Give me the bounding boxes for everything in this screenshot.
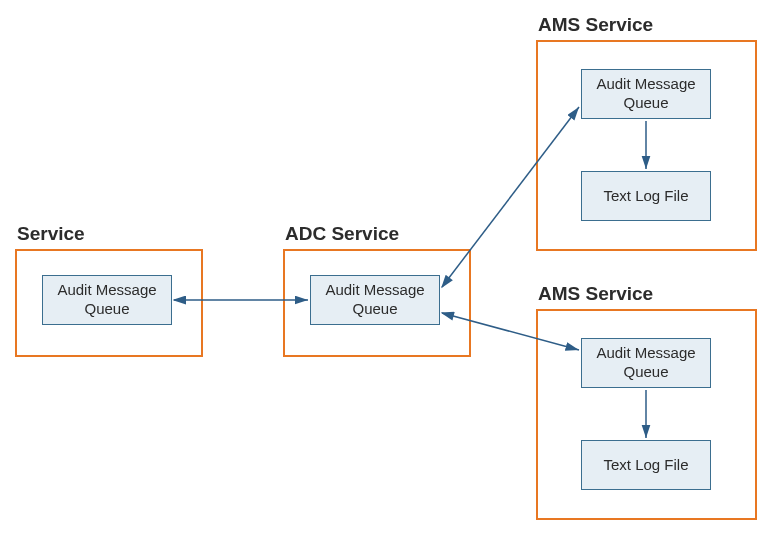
ams2-service-group-title: AMS Service [538,283,653,305]
ams1-service-group-title: AMS Service [538,14,653,36]
adc-amq-label: Audit Message Queue [315,281,435,319]
ams1-tlf-node: Text Log File [581,171,711,221]
service-group-title: Service [17,223,85,245]
ams1-amq-label: Audit Message Queue [586,75,706,113]
ams2-amq-node: Audit Message Queue [581,338,711,388]
ams1-tlf-label: Text Log File [603,187,688,206]
service-amq-label: Audit Message Queue [47,281,167,319]
ams2-tlf-label: Text Log File [603,456,688,475]
ams1-amq-node: Audit Message Queue [581,69,711,119]
ams2-tlf-node: Text Log File [581,440,711,490]
service-amq-node: Audit Message Queue [42,275,172,325]
adc-amq-node: Audit Message Queue [310,275,440,325]
adc-service-group-title: ADC Service [285,223,399,245]
ams2-amq-label: Audit Message Queue [586,344,706,382]
